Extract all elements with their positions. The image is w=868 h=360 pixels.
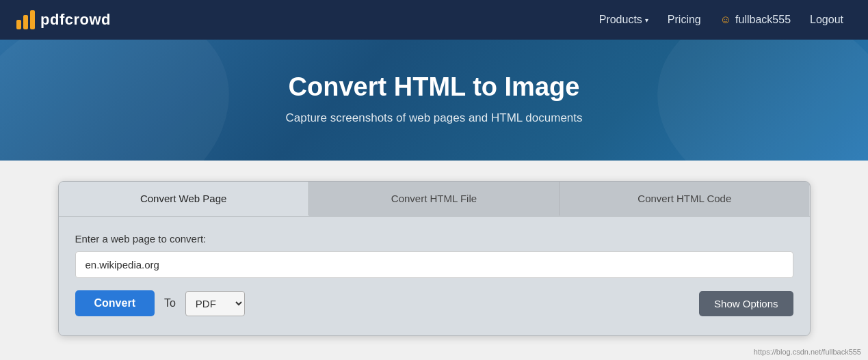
products-caret-icon: ▾: [645, 16, 648, 24]
logo-bar-3: [30, 10, 35, 29]
user-icon: ☺: [720, 14, 731, 26]
page-footer: https://blog.csdn.net/fullback555: [754, 348, 861, 356]
nav-item-logout[interactable]: Logout: [802, 10, 852, 30]
tab-html-file[interactable]: Convert HTML File: [309, 182, 560, 216]
logo-icon: [16, 10, 35, 29]
nav-pricing-label: Pricing: [668, 14, 701, 26]
show-options-button[interactable]: Show Options: [699, 291, 793, 316]
nav-products-label: Products: [599, 14, 642, 26]
main-content: Convert Web Page Convert HTML File Conve…: [0, 161, 868, 357]
hero-title: Convert HTML to Image: [16, 72, 852, 102]
converter-tabs: Convert Web Page Convert HTML File Conve…: [59, 182, 810, 217]
tab-web-page[interactable]: Convert Web Page: [59, 182, 309, 216]
logout-label: Logout: [810, 14, 843, 26]
convert-button[interactable]: Convert: [75, 290, 155, 316]
logo[interactable]: pdfcrowd: [16, 10, 111, 29]
nav-item-pricing[interactable]: Pricing: [659, 10, 709, 30]
to-label: To: [161, 297, 179, 309]
navbar: pdfcrowd Products ▾ Pricing ☺ fullback55…: [0, 0, 868, 40]
card-body: Enter a web page to convert: Convert To …: [59, 217, 810, 335]
logo-text: pdfcrowd: [40, 11, 111, 29]
nav-username: fullback555: [735, 14, 791, 26]
nav-item-user[interactable]: ☺ fullback555: [712, 10, 799, 30]
converter-card: Convert Web Page Convert HTML File Conve…: [58, 181, 811, 336]
navbar-nav: Products ▾ Pricing ☺ fullback555 Logout: [591, 10, 852, 30]
format-select[interactable]: PDF PNG JPG GIF BMP TIFF WEBP: [185, 291, 245, 316]
action-row: Convert To PDF PNG JPG GIF BMP TIFF WEBP…: [75, 290, 793, 316]
action-left: Convert To PDF PNG JPG GIF BMP TIFF WEBP: [75, 290, 245, 316]
url-input[interactable]: [75, 251, 793, 278]
hero-section: Convert HTML to Image Capture screenshot…: [0, 40, 868, 161]
hero-subtitle: Capture screenshots of web pages and HTM…: [16, 111, 852, 125]
watermark-text: https://blog.csdn.net/fullback555: [754, 348, 861, 356]
logo-bar-2: [23, 15, 28, 29]
logo-bar-1: [16, 20, 21, 29]
url-field-label: Enter a web page to convert:: [75, 233, 793, 245]
tab-html-code[interactable]: Convert HTML Code: [560, 182, 809, 216]
nav-item-products[interactable]: Products ▾: [591, 10, 657, 30]
